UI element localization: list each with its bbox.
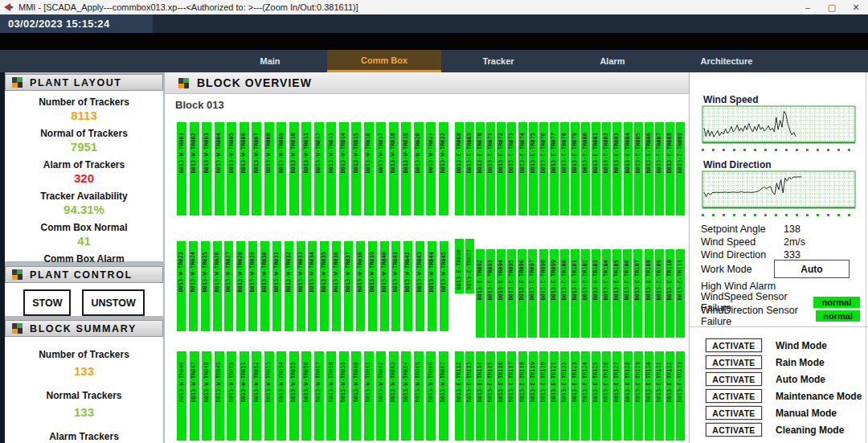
tracker-bar[interactable]: B013-E-TR123 <box>571 351 579 441</box>
tracker-bar[interactable]: B013-E-TR104 <box>602 249 611 338</box>
tracker-bar[interactable]: B013-W-TR028 <box>236 241 245 331</box>
tracker-bar[interactable]: B013-E-TR133 <box>676 351 685 441</box>
tracker-bar[interactable]: B013-E-TR117 <box>507 351 516 441</box>
tracker-bar[interactable]: B013-W-TR026 <box>213 241 222 331</box>
tracker-bar[interactable]: B013-W-TR015 <box>351 122 361 215</box>
tracker-bar[interactable]: B013-E-TR121 <box>550 351 559 441</box>
tracker-bar[interactable]: B013-E-TR115 <box>486 351 495 441</box>
tracker-bar[interactable]: B013-W-TR003 <box>202 122 211 215</box>
tracker-bar[interactable]: B013-W-TR064 <box>401 351 411 441</box>
tracker-bar[interactable]: B013-W-TR014 <box>339 122 349 215</box>
tracker-bar[interactable]: B013-E-TR116 <box>497 351 506 441</box>
tracker-bar[interactable]: B013-E-TR072 <box>497 122 506 215</box>
tracker-bar[interactable]: B013-W-TR048 <box>202 351 211 441</box>
tracker-bar[interactable]: B013-W-TR065 <box>414 351 424 441</box>
tracker-bar[interactable]: B013-E-TR108 <box>645 249 653 338</box>
tracker-bar[interactable]: B013-W-TR055 <box>289 351 299 441</box>
tracker-bar[interactable]: B013-E-TR132 <box>665 351 674 441</box>
tracker-bar[interactable]: B013-E-TR099 <box>550 249 559 338</box>
tracker-bar[interactable]: B013-E-TR085 <box>634 122 643 215</box>
tracker-bar[interactable]: B013-E-TR094 <box>497 249 506 338</box>
tracker-bar[interactable]: B013-E-TR131 <box>655 351 664 441</box>
tracker-bar[interactable]: B013-E-TR070 <box>476 122 485 215</box>
tracker-bar[interactable]: B013-W-TR022 <box>439 122 448 215</box>
tracker-bar[interactable]: B013-W-TR025 <box>201 241 210 331</box>
tracker-bar[interactable]: B013-W-TR019 <box>401 122 411 215</box>
tracker-bar[interactable]: B013-E-TR090 <box>455 239 464 293</box>
tracker-bar[interactable]: B013-E-TR076 <box>539 122 548 215</box>
tracker-bar[interactable]: B013-E-TR078 <box>560 122 569 215</box>
tracker-bar[interactable]: B013-W-TR004 <box>215 122 224 215</box>
tracker-bar[interactable]: B013-W-TR021 <box>426 122 436 215</box>
activate-button-wind-mode[interactable]: ACTIVATE <box>706 338 762 352</box>
tracker-bar[interactable]: B013-E-TR103 <box>592 249 600 338</box>
activate-button-manual-mode[interactable]: ACTIVATE <box>706 406 762 420</box>
tracker-bar[interactable]: B013-W-TR047 <box>190 351 199 441</box>
tracker-bar[interactable]: B013-W-TR054 <box>276 351 286 441</box>
tab-architecture[interactable]: Architecture <box>669 50 784 72</box>
tracker-bar[interactable]: B013-W-TR045 <box>440 241 448 331</box>
tracker-bar[interactable]: B013-E-TR124 <box>581 351 590 441</box>
tab-comm-box[interactable]: Comm Box <box>327 50 441 72</box>
tracker-bar[interactable]: B013-W-TR050 <box>227 351 236 441</box>
tracker-bar[interactable]: B013-W-TR051 <box>240 351 249 441</box>
tracker-bar[interactable]: B013-E-TR118 <box>518 351 527 441</box>
tracker-bar[interactable]: B013-E-TR069 <box>465 122 474 215</box>
tracker-bar[interactable]: B013-E-TR102 <box>581 249 590 338</box>
tracker-bar[interactable]: B013-E-TR112 <box>455 351 464 441</box>
tracker-bar[interactable]: B013-W-TR030 <box>260 241 269 331</box>
tab-tracker[interactable]: Tracker <box>441 50 555 72</box>
tracker-bar[interactable]: B013-W-TR049 <box>215 351 224 441</box>
tracker-bar[interactable]: B013-E-TR130 <box>645 351 653 441</box>
tracker-bar[interactable]: B013-W-TR036 <box>332 241 341 331</box>
work-mode-selector[interactable]: Auto <box>774 260 850 278</box>
tracker-bar[interactable]: B013-E-TR093 <box>486 249 495 338</box>
activate-button-rain-mode[interactable]: ACTIVATE <box>706 355 762 369</box>
tracker-bar[interactable]: B013-E-TR096 <box>518 249 526 338</box>
tracker-bar[interactable]: B013-E-TR079 <box>571 122 579 215</box>
tracker-bar[interactable]: B013-W-TR035 <box>320 241 329 331</box>
tracker-bar[interactable]: B013-E-TR110 <box>665 249 674 338</box>
tracker-bar[interactable]: B013-E-TR105 <box>612 249 621 338</box>
tracker-bar[interactable]: B013-W-TR027 <box>224 241 233 331</box>
tracker-bar[interactable]: B013-W-TR031 <box>272 241 281 331</box>
tracker-bar[interactable]: B013-E-TR089 <box>676 122 685 215</box>
tracker-bar[interactable]: B013-W-TR061 <box>364 351 374 441</box>
tracker-bar[interactable]: B013-E-TR122 <box>560 351 569 441</box>
tracker-bar[interactable]: B013-W-TR039 <box>368 241 377 331</box>
activate-button-auto-mode[interactable]: ACTIVATE <box>706 372 762 386</box>
tracker-bar[interactable]: B013-E-TR119 <box>529 351 538 441</box>
tracker-bar[interactable]: B013-W-TR067 <box>439 351 448 441</box>
tracker-bar[interactable]: B013-W-TR066 <box>426 351 436 441</box>
tracker-bar[interactable]: B013-W-TR032 <box>285 241 293 331</box>
tracker-bar[interactable]: B013-W-TR063 <box>389 351 399 441</box>
tracker-bar[interactable]: B013-W-TR009 <box>276 122 286 215</box>
tracker-bar[interactable]: B013-E-TR098 <box>539 249 548 338</box>
tracker-bar[interactable]: B013-E-TR083 <box>612 122 621 215</box>
tracker-bar[interactable]: B013-W-TR023 <box>177 241 186 331</box>
unstow-button[interactable]: UNSTOW <box>82 289 144 316</box>
tracker-bar[interactable]: B013-E-TR097 <box>528 249 537 338</box>
tracker-bar[interactable]: B013-E-TR077 <box>550 122 559 215</box>
tracker-bar[interactable]: B013-E-TR114 <box>476 351 485 441</box>
tracker-bar[interactable]: B013-W-TR024 <box>189 241 198 331</box>
tracker-bar[interactable]: B013-E-TR074 <box>518 122 527 215</box>
tracker-bar[interactable]: B013-W-TR059 <box>339 351 349 441</box>
tracker-bar[interactable]: B013-E-TR073 <box>507 122 516 215</box>
tracker-bar[interactable]: B013-W-TR029 <box>248 241 257 331</box>
minimize-button[interactable]: – <box>796 0 820 14</box>
tracker-bar[interactable]: B013-W-TR016 <box>364 122 374 215</box>
tracker-bar[interactable]: B013-E-TR080 <box>581 122 590 215</box>
tracker-bar[interactable]: B013-E-TR113 <box>465 351 474 441</box>
tracker-bar[interactable]: B013-W-TR043 <box>416 241 424 331</box>
tracker-bar[interactable]: B013-W-TR041 <box>391 241 400 331</box>
tracker-bar[interactable]: B013-W-TR005 <box>227 122 236 215</box>
tracker-bar[interactable]: B013-E-TR107 <box>633 249 642 338</box>
close-button[interactable]: ✕ <box>844 0 868 14</box>
tracker-bar[interactable]: B013-W-TR020 <box>414 122 424 215</box>
tracker-bar[interactable]: B013-W-TR042 <box>403 241 412 331</box>
tracker-bar[interactable]: B013-W-TR038 <box>356 241 365 331</box>
tracker-bar[interactable]: B013-E-TR111 <box>676 249 685 338</box>
tracker-bar[interactable]: B013-W-TR052 <box>252 351 261 441</box>
tracker-bar[interactable]: B013-W-TR018 <box>389 122 399 215</box>
